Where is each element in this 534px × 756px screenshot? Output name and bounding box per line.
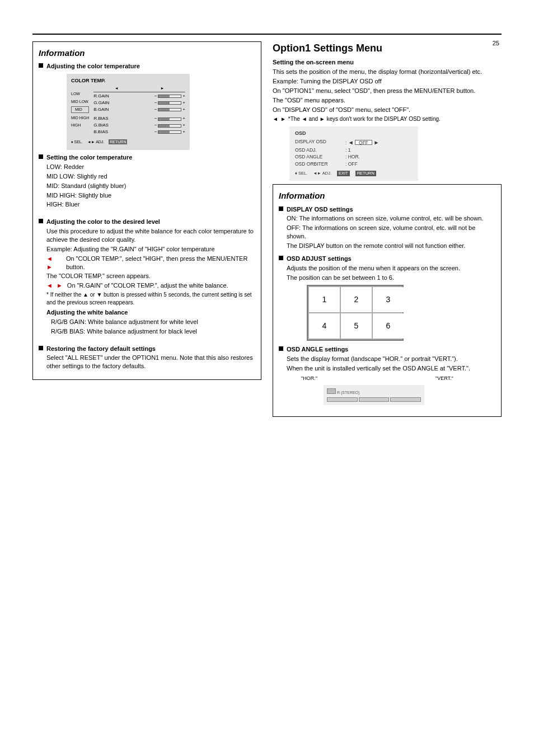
adjust-desired-text1: Use this procedure to adjust the white b… — [46, 227, 255, 244]
tri-right-icon[interactable] — [373, 140, 379, 145]
grid-cell-4: 4 — [309, 313, 340, 339]
osd2-row3-l: OSD ANGLE — [295, 154, 345, 160]
adjust-desired-example: Example: Adjusting the "R.GAIN" of "HIGH… — [46, 245, 255, 253]
wb-item2: R/G/B BIAS: White balance adjustment for… — [51, 327, 255, 336]
plug-icon — [327, 388, 336, 394]
grid-cell-2: 2 — [341, 287, 372, 312]
tri-left-icon[interactable] — [348, 140, 354, 145]
osd-angle-text2: When the unit is installed vertically se… — [287, 364, 495, 373]
ct-high: HIGH — [71, 123, 89, 128]
g-bias-label: G.BIAS — [93, 123, 133, 129]
display-osd-note: The DISPLAY button on the remote control… — [287, 242, 495, 250]
information-heading: Information — [39, 48, 255, 59]
chev-left-icon — [115, 86, 119, 92]
vert-label: "VERT." — [435, 375, 453, 382]
ct-midhigh-text: MID HIGH: Slightly blue — [46, 191, 255, 200]
osd2-title: OSD — [295, 130, 413, 137]
osm-example: Example: Turning the DISPLAY OSD off — [273, 77, 502, 86]
adjust-desired-text2: On "COLOR TEMP.", select "HIGH", then pr… — [66, 255, 255, 271]
adjust-desired-text4: On "R.GAIN" of "COLOR TEMP.", adjust the… — [67, 281, 228, 290]
grid-cell-5: 5 — [341, 313, 372, 339]
osm-step3: On "DISPLAY OSD" of "OSD" menu, select "… — [273, 106, 502, 114]
ct-low-text: LOW: Redder — [46, 163, 255, 171]
osd-adjust-text2: The position can be set between 1 to 6. — [287, 274, 495, 282]
triangle-left-icon — [273, 115, 278, 123]
setting-ct-heading: Setting the color temperature — [46, 153, 132, 162]
osd2-return: RETURN — [355, 171, 376, 176]
osd-adjust-text: Adjusts the position of the menu when it… — [287, 264, 495, 273]
osd2-row1-v: OFF — [355, 140, 372, 145]
bullet-square — [279, 206, 283, 211]
ct-mid[interactable]: MID — [71, 106, 89, 113]
osd2-row3-v: HOR. — [348, 154, 360, 159]
grid-cell-6: 6 — [373, 313, 404, 339]
option1-heading: Option1 Settings Menu — [273, 41, 502, 55]
osd-adj: ADJ. — [96, 140, 104, 144]
adjust-ct-heading: Adjusting the color temperature — [46, 62, 140, 71]
ct-mid-text: MID: Standard (slightly bluer) — [46, 182, 255, 190]
bullet-square — [39, 63, 43, 68]
wb-item1: R/G/B GAIN: White balance adjustment for… — [51, 318, 255, 326]
osd-angle-text: Sets the display format (landscape "HOR.… — [287, 355, 495, 363]
osd2-adj: ADJ. — [322, 171, 331, 176]
display-osd-off: OFF: The informations on screen size, vo… — [287, 224, 495, 241]
g-gain-label: G.GAIN — [93, 100, 133, 106]
osd2-row1-l: DISPLAY OSD — [295, 139, 345, 147]
osd2-row2-v: 1 — [348, 147, 351, 153]
bullet-square — [279, 346, 283, 351]
osm-step1: On "OPTION1" menu, select "OSD", then pr… — [273, 87, 502, 95]
bullet-square — [279, 256, 283, 260]
display-osd-heading: DISPLAY OSD settings — [287, 205, 353, 214]
hor-label: "HOR." — [301, 375, 424, 382]
b-bias-label: B.BIAS — [93, 129, 133, 135]
osd-title: COLOR TEMP. — [71, 77, 185, 84]
osm-step2: The "OSD" menu appears. — [273, 96, 502, 105]
ct-midhigh: MID HIGH — [71, 115, 89, 121]
osd2-sel: SEL. — [298, 171, 307, 176]
osd-angle-heading: OSD ANGLE settings — [287, 345, 348, 354]
grid-cell-3: 3 — [373, 287, 404, 312]
osd-note: *The ◄ and ► keys don't work for the DIS… — [288, 115, 441, 123]
grid-cell-1: 1 — [309, 287, 340, 312]
information-heading-right: Information — [279, 190, 495, 201]
r-gain-label: R.GAIN — [93, 93, 133, 100]
color-temp-osd: COLOR TEMP. LOW MID LOW MID MID HIGH HIG… — [67, 74, 190, 150]
display-osd-on: ON: The informations on screen size, vol… — [287, 214, 495, 223]
b-gain-label: B.GAIN — [93, 107, 133, 113]
red-arrows-icon — [46, 255, 63, 271]
bullet-square — [39, 154, 43, 159]
conn-label: R (STEREO) — [337, 391, 359, 395]
adjust-desired-heading: Adjusting the color to the desired level — [46, 218, 160, 226]
osm-para1: This sets the position of the menu, the … — [273, 68, 502, 76]
osd2-row4-l: OSD ORBITER — [295, 161, 345, 167]
red-arrows-icon — [46, 281, 64, 290]
white-balance-subhead: Adjusting the white balance — [46, 308, 255, 317]
adjust-desired-text3: The "COLOR TEMP." screen appears. — [46, 272, 255, 280]
triangle-right-icon — [280, 115, 286, 123]
ct-low: LOW — [71, 91, 89, 97]
ct-midlow: MID LOW — [71, 99, 89, 105]
r-bias-label: R.BIAS — [93, 116, 133, 122]
osd-position-grid: 1 2 3 4 5 6 — [307, 285, 404, 341]
restore-heading: Restoring the factory default settings — [46, 345, 156, 353]
osd-adjust-heading: OSD ADJUST settings — [287, 255, 352, 263]
ct-midlow-text: MID LOW: Slightly red — [46, 172, 255, 181]
osd-menu-screenshot: OSD DISPLAY OSD: OFF OSD ADJ.: 1 OSD ANG… — [289, 126, 418, 181]
bullet-square — [39, 346, 43, 350]
osd-sel: SEL. — [74, 140, 83, 144]
osd2-exit: EXIT — [337, 171, 350, 176]
osd-return: RETURN — [109, 139, 127, 144]
connector-diagram-hor: R (STEREO) — [324, 385, 424, 405]
ct-high-text: HIGH: Bluer — [46, 200, 255, 209]
osd2-row4-v: OFF — [348, 161, 358, 167]
chev-right-icon — [161, 86, 165, 92]
bullet-square — [39, 219, 43, 223]
restore-text: Select "ALL RESET" under the OPTION1 men… — [46, 354, 255, 370]
adjust-desired-text5: * If neither the ▲ or ▼ button is presse… — [46, 291, 255, 306]
setting-osm-menu: Setting the on-screen menu — [273, 58, 502, 67]
osd2-row2-l: OSD ADJ. — [295, 147, 345, 153]
